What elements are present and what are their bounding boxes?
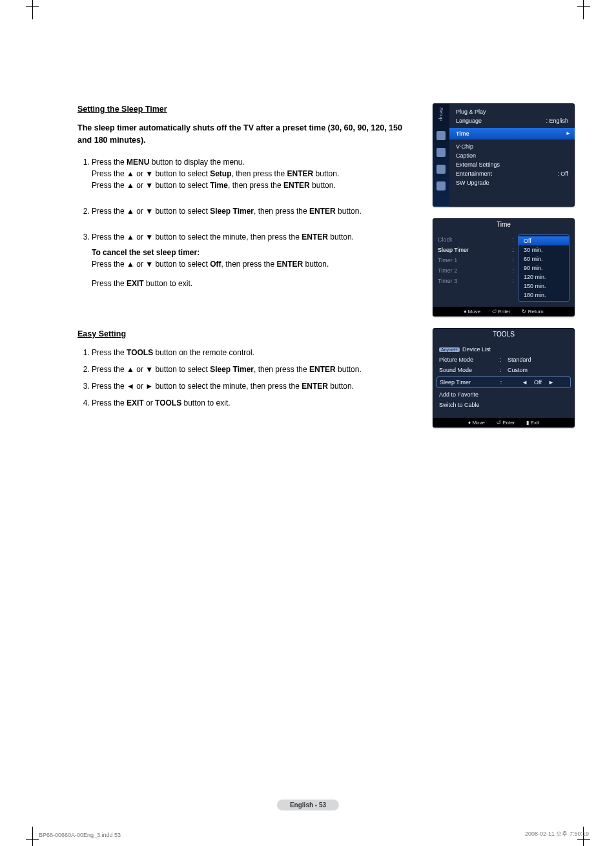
opt-off: Off <box>518 236 569 245</box>
chevron-right-icon: ► <box>548 379 554 386</box>
screens-column: Setup Plug & Play Language: English Time… <box>433 103 575 439</box>
opt-120: 120 min. <box>518 273 569 282</box>
menu-time-highlight: Time <box>449 128 575 139</box>
osd-side: Setup <box>433 103 449 207</box>
opt-90: 90 min. <box>518 263 569 273</box>
foot-exit-icon: ▮ Exit <box>526 420 539 426</box>
footer-timestamp: 2008-02-11 오후 7:50:19 <box>525 830 589 838</box>
anynet-icon: Anynet+ <box>439 347 460 352</box>
gear-icon <box>436 148 446 157</box>
time-row-clock: Clock: <box>438 234 514 245</box>
instructions-column: Setting the Sleep Timer The sleep timer … <box>77 103 413 439</box>
opt-30: 30 min. <box>518 245 569 254</box>
osd-time: Time Clock: Sleep Timer: Timer 1: Timer … <box>433 218 575 316</box>
menu-vchip: V-Chip <box>456 142 568 151</box>
tools-picture: Picture Mode:Standard <box>439 355 568 365</box>
time-options: Off 30 min. 60 min. 90 min. 120 min. 150… <box>518 234 570 302</box>
step-3: Press the ▲ or ▼ button to select the mi… <box>92 231 413 289</box>
page-badge: English - 53 <box>277 800 339 810</box>
menu-entertainment: Entertainment: Off <box>456 169 568 178</box>
step-1: Press the MENU button to display the men… <box>92 156 413 191</box>
opt-60: 60 min. <box>518 254 569 263</box>
tools-sound: Sound Mode:Custom <box>439 365 568 375</box>
main-steps: Press the MENU button to display the men… <box>77 156 413 289</box>
tools-cable: Switch to Cable <box>439 400 568 410</box>
time-row-sleep: Sleep Timer: <box>438 245 514 255</box>
screen-icon <box>436 181 446 191</box>
osd-tools-title: TOOLS <box>433 328 575 340</box>
chip-icon <box>436 165 446 174</box>
easy-step-2: Press the ▲ or ▼ button to select Sleep … <box>92 364 413 375</box>
easy-step-4: Press the EXIT or TOOLS button to exit. <box>92 397 413 409</box>
section-title: Setting the Sleep Timer <box>77 103 413 116</box>
easy-steps: Press the TOOLS button on the remote con… <box>77 347 413 409</box>
tools-favorite: Add to Favorite <box>439 389 568 400</box>
pencil-icon <box>436 131 446 140</box>
lead-text: The sleep timer automatically shuts off … <box>77 122 413 147</box>
menu-caption: Caption <box>456 151 568 160</box>
easy-step-3: Press the ◄ or ► button to select the mi… <box>92 380 413 392</box>
foot-move-icon: ♦ Move <box>468 420 485 426</box>
time-row-t1: Timer 1: <box>438 255 514 265</box>
time-row-t2: Timer 2: <box>438 265 514 276</box>
menu-swupgrade: SW Upgrade <box>456 178 568 187</box>
tools-sleep-highlight: Sleep Timer: ◄ Off ► <box>436 377 571 388</box>
osd-tools: TOOLS Anynet+Device List Picture Mode:St… <box>433 328 575 428</box>
easy-step-1: Press the TOOLS button on the remote con… <box>92 347 413 358</box>
osd-side-label: Setup <box>438 107 444 121</box>
footer-file: BP68-00660A-00Eng_3.indd 53 <box>39 832 121 838</box>
foot-move-icon: ♦ Move <box>464 309 480 315</box>
tools-device: Anynet+Device List <box>439 344 568 355</box>
menu-language: Language: English <box>456 116 568 125</box>
opt-180: 180 min. <box>518 291 569 300</box>
osd-tools-foot: ♦ Move ⏎ Enter ▮ Exit <box>433 418 575 428</box>
foot-return-icon: ↻ Return <box>522 309 543 315</box>
easy-title: Easy Setting <box>77 328 413 340</box>
foot-enter-icon: ⏎ Enter <box>497 420 515 426</box>
chevron-left-icon: ◄ <box>522 379 528 386</box>
osd-time-foot: ♦ Move ⏎ Enter ↻ Return <box>433 307 575 316</box>
time-row-t3: Timer 3: <box>438 276 514 286</box>
opt-150: 150 min. <box>518 282 569 291</box>
menu-external: External Settings <box>456 160 568 169</box>
foot-enter-icon: ⏎ Enter <box>492 309 510 315</box>
osd-setup: Setup Plug & Play Language: English Time… <box>433 103 575 207</box>
osd-setup-menu: Plug & Play Language: English Time V-Chi… <box>449 103 575 207</box>
time-left: Clock: Sleep Timer: Timer 1: Timer 2: Ti… <box>438 234 514 302</box>
step-2: Press the ▲ or ▼ button to select Sleep … <box>92 205 413 217</box>
osd-time-title: Time <box>433 218 575 231</box>
menu-plug-play: Plug & Play <box>456 107 568 116</box>
